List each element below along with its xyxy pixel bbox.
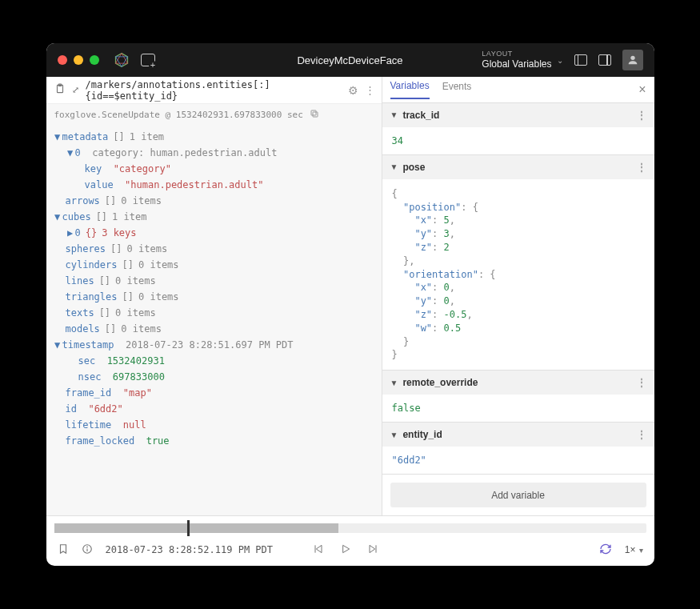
- user-icon: [626, 54, 639, 66]
- traffic-lights: [58, 55, 99, 65]
- more-icon[interactable]: ⋮: [637, 110, 646, 121]
- variable-header[interactable]: ▼entity_id⋮: [382, 423, 654, 447]
- variable-entity-id: ▼entity_id⋮ "6dd2": [382, 423, 654, 475]
- variable-name: entity_id: [402, 429, 442, 440]
- raw-messages-panel: ⤢ /markers/annotations.entities[:]{id==$…: [46, 77, 382, 515]
- chevron-down-icon: ⌄: [557, 56, 563, 65]
- message-path-input[interactable]: /markers/annotations.entities[:]{id==$en…: [86, 79, 342, 102]
- layout-value: Global Variables: [482, 58, 551, 70]
- bookmark-icon[interactable]: [58, 543, 69, 557]
- skip-back-button[interactable]: [312, 543, 325, 558]
- data-source-title: DeviceyMcDeviceFace: [297, 54, 402, 66]
- close-window-button[interactable]: [58, 55, 67, 65]
- svg-point-10: [86, 547, 87, 547]
- play-button[interactable]: [339, 543, 352, 558]
- svg-marker-11: [316, 545, 322, 552]
- chevron-down-icon: ▼: [390, 431, 398, 439]
- scrubber-loaded: [54, 523, 338, 533]
- add-panel-button[interactable]: [141, 54, 155, 66]
- schema-text: foxglove.SceneUpdate @ 1532402931.697833…: [54, 110, 303, 120]
- more-menu-icon[interactable]: ⋮: [365, 84, 374, 96]
- clipboard-icon[interactable]: [54, 83, 66, 97]
- settings-icon[interactable]: ⚙: [348, 84, 358, 97]
- variable-track-id: ▼track_id⋮ 34: [382, 103, 654, 155]
- tab-variables[interactable]: Variables: [390, 80, 430, 99]
- scrubber[interactable]: [46, 516, 654, 534]
- svg-marker-1: [115, 54, 127, 64]
- playback-controls: 2018-07-23 8:28:52.119 PM PDT 1×▾: [46, 534, 654, 566]
- variable-value[interactable]: { "position": { "x": 5, "y": 3, "z": 2 }…: [382, 179, 654, 370]
- scrubber-track[interactable]: [54, 523, 646, 533]
- left-sidebar-toggle[interactable]: [574, 54, 587, 66]
- expand-toggle[interactable]: ▼: [53, 209, 62, 225]
- variable-header[interactable]: ▼track_id⋮: [382, 103, 654, 127]
- variable-value[interactable]: "6dd2": [392, 455, 426, 466]
- variables-panel: Variables Events × ▼track_id⋮ 34 ▼pose⋮ …: [382, 77, 654, 515]
- right-sidebar-toggle[interactable]: [598, 54, 611, 66]
- titlebar: DeviceyMcDeviceFace LAYOUT Global Variab…: [46, 43, 654, 77]
- layout-label: LAYOUT: [482, 50, 551, 58]
- message-tree[interactable]: ▼ metadata[]1 item ▼ 0 category: human.p…: [46, 126, 382, 515]
- add-variable-button[interactable]: Add variable: [390, 483, 646, 507]
- copy-icon[interactable]: [310, 109, 319, 121]
- chevron-down-icon: ▾: [639, 546, 643, 555]
- schema-row: foxglove.SceneUpdate @ 1532402931.697833…: [46, 104, 382, 126]
- topic-path-row: ⤢ /markers/annotations.entities[:]{id==$…: [46, 77, 382, 104]
- variable-name: remote_override: [402, 377, 478, 388]
- variable-pose: ▼pose⋮ { "position": { "x": 5, "y": 3, "…: [382, 155, 654, 371]
- expand-toggle[interactable]: ▼: [66, 145, 75, 161]
- minimize-window-button[interactable]: [74, 55, 83, 65]
- speed-selector[interactable]: 1×▾: [625, 544, 643, 555]
- variable-header[interactable]: ▼remote_override⋮: [382, 371, 654, 395]
- variable-name: track_id: [402, 110, 439, 121]
- variable-value[interactable]: false: [392, 403, 421, 414]
- svg-point-3: [630, 56, 634, 60]
- variable-remote-override: ▼remote_override⋮ false: [382, 371, 654, 423]
- layout-selector[interactable]: LAYOUT Global Variables ⌄: [482, 50, 562, 70]
- svg-rect-6: [313, 112, 318, 117]
- sidebar-tabs: Variables Events ×: [382, 77, 654, 103]
- chevron-down-icon: ▼: [390, 379, 398, 387]
- playback-bar: 2018-07-23 8:28:52.119 PM PDT 1×▾: [46, 515, 654, 566]
- tab-events[interactable]: Events: [442, 81, 472, 98]
- loop-button[interactable]: [599, 543, 612, 558]
- svg-marker-2: [115, 57, 127, 67]
- close-sidebar-button[interactable]: ×: [638, 82, 646, 97]
- svg-marker-14: [370, 545, 375, 552]
- expand-toggle[interactable]: ▼: [53, 129, 62, 145]
- info-icon[interactable]: [82, 543, 93, 557]
- more-icon[interactable]: ⋮: [637, 429, 646, 440]
- variable-value[interactable]: 34: [392, 135, 403, 146]
- maximize-window-button[interactable]: [90, 55, 99, 65]
- chevron-down-icon: ▼: [390, 162, 398, 171]
- speed-value: 1×: [625, 544, 636, 555]
- more-icon[interactable]: ⋮: [637, 162, 646, 173]
- app-window: DeviceyMcDeviceFace LAYOUT Global Variab…: [46, 43, 654, 566]
- expand-icon[interactable]: ⤢: [72, 85, 79, 95]
- skip-forward-button[interactable]: [366, 543, 379, 558]
- playback-timestamp: 2018-07-23 8:28:52.119 PM PDT: [106, 544, 300, 555]
- svg-marker-13: [343, 545, 350, 552]
- scrubber-playhead[interactable]: [187, 520, 190, 536]
- expand-toggle[interactable]: ▼: [53, 337, 62, 353]
- variable-header[interactable]: ▼pose⋮: [382, 155, 654, 179]
- chevron-down-icon: ▼: [390, 110, 398, 119]
- main-content: ⤢ /markers/annotations.entities[:]{id==$…: [46, 77, 654, 515]
- more-icon[interactable]: ⋮: [637, 377, 646, 388]
- svg-rect-7: [311, 110, 316, 115]
- app-logo-icon: [114, 52, 130, 68]
- user-avatar-button[interactable]: [622, 50, 643, 70]
- expand-toggle[interactable]: ▶: [66, 225, 75, 241]
- variable-name: pose: [402, 162, 425, 173]
